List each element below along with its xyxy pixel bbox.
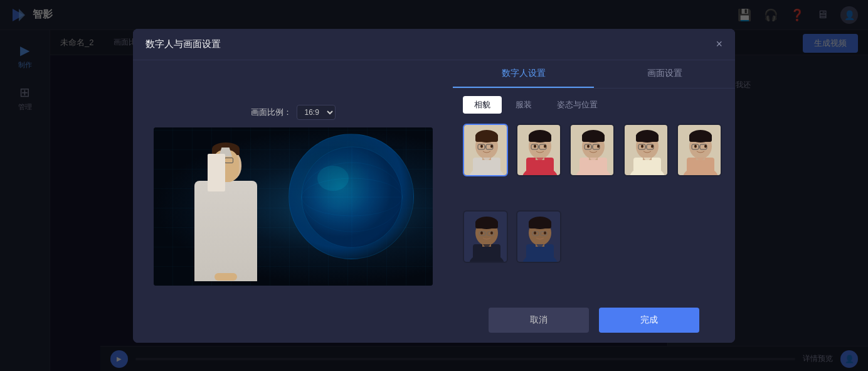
svg-rect-67 xyxy=(689,134,712,142)
svg-point-19 xyxy=(480,144,483,148)
svg-rect-80 xyxy=(475,221,498,229)
tab-canvas-settings[interactable]: 画面设置 xyxy=(594,60,735,88)
subtab-outfit[interactable]: 服装 xyxy=(504,96,543,114)
svg-point-95 xyxy=(534,232,536,235)
avatar-body xyxy=(194,181,257,281)
svg-point-33 xyxy=(544,144,546,148)
svg-rect-15 xyxy=(475,134,498,142)
tab-digital-person[interactable]: 数字人设置 xyxy=(453,60,594,88)
video-preview xyxy=(154,127,433,286)
svg-rect-92 xyxy=(529,221,551,229)
aspect-ratio-text: 画面比例： xyxy=(251,107,292,118)
avatar-card-5[interactable] xyxy=(677,124,722,176)
avatar-face-7 xyxy=(517,212,560,262)
avatar-card-1[interactable] xyxy=(463,124,508,176)
modal-header: 数字人与画面设置 × xyxy=(133,29,735,60)
avatar-card-4[interactable] xyxy=(623,124,669,176)
sub-tabs: 相貌 服装 姿态与位置 xyxy=(453,89,735,119)
svg-point-20 xyxy=(490,144,493,148)
modal-preview-panel: 画面比例： 16:9 9:16 1:1 xyxy=(133,29,453,343)
avatar-face-1 xyxy=(464,125,507,175)
svg-point-45 xyxy=(587,144,590,148)
avatar-face-4 xyxy=(625,125,667,175)
svg-point-83 xyxy=(480,232,483,235)
avatar-face-2 xyxy=(517,125,560,175)
modal-overlay: 数字人与画面设置 × 画面比例： 16:9 9:16 1:1 xyxy=(0,0,868,371)
svg-rect-54 xyxy=(636,134,659,142)
aspect-ratio-label: 画面比例： 16:9 9:16 1:1 xyxy=(251,105,336,120)
svg-point-72 xyxy=(704,144,707,148)
presenter-figure xyxy=(185,148,267,286)
subtab-pose[interactable]: 姿态与位置 xyxy=(546,96,609,114)
avatar-card-3[interactable] xyxy=(569,124,615,176)
aspect-ratio-select[interactable]: 16:9 9:16 1:1 xyxy=(297,105,336,120)
subtab-pose-label: 姿态与位置 xyxy=(557,100,598,109)
svg-point-7 xyxy=(302,147,402,247)
subtab-face-label: 相貌 xyxy=(474,100,490,109)
modal-title: 数字人与画面设置 xyxy=(146,38,221,50)
avatar-face-3 xyxy=(571,125,613,175)
tab-canvas-label: 画面设置 xyxy=(647,68,682,79)
svg-point-59 xyxy=(651,144,654,148)
preview-background xyxy=(154,127,433,286)
avatar-card-6[interactable] xyxy=(463,210,508,263)
svg-point-8 xyxy=(317,166,349,191)
avatar-card-7[interactable] xyxy=(516,210,561,263)
cancel-button[interactable]: 取消 xyxy=(489,308,589,333)
modal-close-button[interactable]: × xyxy=(716,38,722,51)
modal-dialog: 数字人与画面设置 × 画面比例： 16:9 9:16 1:1 xyxy=(133,29,735,343)
svg-rect-28 xyxy=(529,134,551,142)
modal-settings-panel: 数字人设置 画面设置 相貌 服装 姿态与位置 xyxy=(453,29,735,343)
svg-point-96 xyxy=(544,232,546,235)
avatar-grid xyxy=(453,119,735,298)
avatar-face-6 xyxy=(464,212,507,262)
svg-point-32 xyxy=(534,144,536,148)
svg-point-46 xyxy=(597,144,600,148)
main-tabs: 数字人设置 画面设置 xyxy=(453,60,735,89)
subtab-outfit-label: 服装 xyxy=(516,100,532,109)
confirm-button[interactable]: 完成 xyxy=(599,308,699,333)
tab-digital-label: 数字人设置 xyxy=(502,68,546,79)
avatar-face-5 xyxy=(678,125,721,175)
svg-point-71 xyxy=(694,144,697,148)
svg-point-84 xyxy=(490,232,493,235)
svg-point-58 xyxy=(641,144,643,148)
modal-footer: 取消 完成 xyxy=(453,298,735,343)
svg-rect-41 xyxy=(582,134,605,142)
subtab-face[interactable]: 相貌 xyxy=(463,96,502,114)
avatar-card-2[interactable] xyxy=(516,124,561,176)
globe-visual xyxy=(288,134,414,259)
